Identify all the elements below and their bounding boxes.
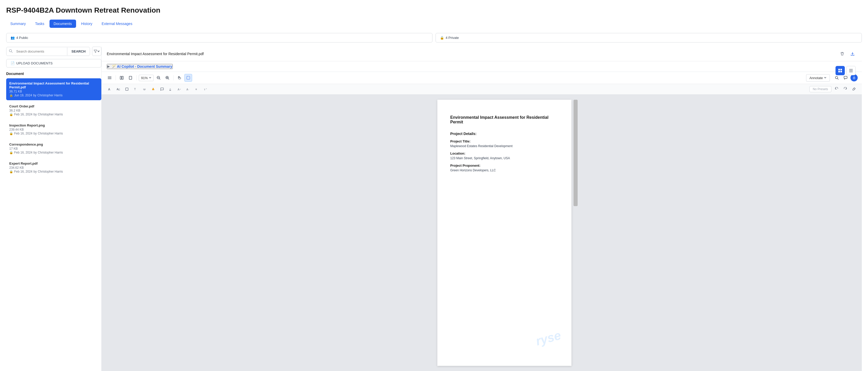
doc-filename: Environmental Impact Assessment for Resi…: [107, 52, 204, 56]
delete-button[interactable]: [838, 50, 846, 58]
search-input[interactable]: [15, 47, 67, 56]
tab-tasks[interactable]: Tasks: [31, 20, 49, 28]
doc-action-buttons: [838, 50, 857, 58]
private-label: 4 Private: [445, 36, 459, 40]
doc-date-author: 🔒 Feb 16, 2024 by Christopher Harris: [9, 170, 98, 173]
svg-line-17: [159, 78, 160, 79]
text-color-button[interactable]: A: [167, 86, 174, 93]
svg-text:A: A: [186, 88, 188, 91]
private-button[interactable]: 🔒 4 Private: [436, 33, 862, 42]
svg-rect-2: [838, 71, 840, 72]
svg-rect-3: [840, 71, 842, 72]
annotate-dropdown[interactable]: Annotate: [806, 74, 830, 82]
filter-button[interactable]: [92, 47, 101, 56]
pdf-field2-label: Location:: [450, 151, 559, 155]
svg-rect-14: [129, 76, 132, 79]
tab-bar: Summary Tasks Documents History External…: [6, 20, 862, 28]
zoom-in-button[interactable]: [163, 74, 171, 82]
text-size-up-button[interactable]: A +: [176, 86, 183, 93]
list-item[interactable]: Expert Report.pdf 234.62 KB 🔒 Feb 16, 20…: [6, 159, 101, 176]
document-list: Environmental Impact Assessment for Resi…: [6, 78, 101, 371]
filter-icon: [94, 49, 97, 53]
svg-text:T: T: [204, 88, 206, 91]
doc-list-header: Document: [6, 72, 101, 76]
svg-line-24: [838, 78, 839, 79]
doc-name: Inspection Report.png: [9, 124, 98, 127]
doc-size: 17 KB: [9, 147, 98, 150]
clear-button[interactable]: [850, 86, 858, 93]
strikethrough-icon: [143, 87, 146, 91]
ai-copilot-toggle[interactable]: ▶ 🪄 AI Copilot - Document Summary: [107, 64, 173, 69]
pdf-field2-value: 123 Main Street, Springfield, Anytown, U…: [450, 157, 559, 160]
superscript-button[interactable]: T x: [202, 86, 209, 93]
ai-copilot-bar: ▶ 🪄 AI Copilot - Document Summary: [102, 61, 862, 72]
accessibility-icon: [852, 76, 856, 79]
lock-icon: 🔒: [9, 94, 13, 97]
doc-date-author: 🔒 Jun 19, 2024 by Christopher Harris: [9, 94, 98, 97]
text-style-button[interactable]: A: [115, 86, 122, 93]
svg-line-21: [168, 78, 169, 79]
scrollbar[interactable]: [574, 100, 578, 366]
chevron-down-icon: [97, 50, 100, 53]
upload-label: UPLOAD DOCUMENTS: [16, 61, 53, 65]
svg-rect-25: [844, 76, 847, 78]
search-pdf-icon: [835, 76, 839, 79]
tab-summary[interactable]: Summary: [6, 20, 30, 28]
page-layout-button[interactable]: [118, 74, 126, 82]
comment-ann-button[interactable]: [158, 86, 165, 93]
accessibility-button[interactable]: [850, 74, 858, 81]
highlight-button[interactable]: [150, 86, 157, 93]
strikethrough-button[interactable]: [141, 86, 148, 93]
text-insert-icon: T: [134, 87, 137, 91]
pdf-area[interactable]: Environmental Impact Assessment for Resi…: [102, 95, 862, 371]
undo-button[interactable]: [833, 86, 840, 93]
page-title: RSP-9404B2A Downtown Retreat Renovation: [6, 6, 862, 14]
strikethrough2-button[interactable]: T: [193, 86, 200, 93]
upload-button[interactable]: 📄 UPLOAD DOCUMENTS: [6, 59, 101, 68]
svg-rect-9: [108, 76, 112, 77]
single-page-button[interactable]: [127, 74, 134, 82]
tab-history[interactable]: History: [77, 20, 97, 28]
toolbar-divider-3: [173, 75, 174, 80]
list-view-button[interactable]: [846, 66, 856, 75]
download-icon: [850, 52, 855, 56]
comment-ann-icon: [160, 87, 164, 91]
zoom-control[interactable]: 91%: [139, 75, 154, 81]
list-item[interactable]: Correspondence.png 17 KB 🔒 Feb 16, 2024 …: [6, 139, 101, 158]
public-button[interactable]: 👥 4 Public: [6, 33, 432, 42]
list-item[interactable]: Court Order.pdf 36.2 KB 🔒 Feb 16, 2024 b…: [6, 101, 101, 119]
tab-documents[interactable]: Documents: [50, 20, 76, 28]
svg-text:A: A: [117, 88, 118, 91]
svg-text:x: x: [206, 88, 207, 90]
svg-text:A: A: [169, 88, 171, 91]
doc-name: Expert Report.pdf: [9, 162, 98, 165]
selection-tool-button[interactable]: [184, 74, 192, 82]
list-item[interactable]: Inspection Report.png 239.44 KB 🔒 Feb 16…: [6, 120, 101, 138]
pdf-viewer: Environmental Impact Assessment for Resi…: [102, 47, 862, 371]
download-button[interactable]: [848, 50, 857, 58]
doc-date-author: 🔒 Feb 16, 2024 by Christopher Harris: [9, 132, 98, 135]
menu-button[interactable]: [106, 74, 114, 82]
doc-size: 234.62 KB: [9, 166, 98, 170]
svg-rect-6: [849, 72, 853, 72]
doc-size: 36.71 KB: [9, 90, 98, 93]
search-button[interactable]: SEARCH: [67, 47, 90, 56]
strikethrough2-icon: T: [195, 87, 199, 91]
redo-button[interactable]: [842, 86, 849, 93]
tab-external-messages[interactable]: External Messages: [97, 20, 136, 28]
text-insert-button[interactable]: T: [132, 86, 139, 93]
doc-size: 239.44 KB: [9, 128, 98, 131]
single-page-icon: [129, 76, 132, 79]
hand-tool-button[interactable]: [176, 74, 183, 82]
svg-line-8: [11, 52, 12, 53]
shape-button[interactable]: [123, 86, 130, 93]
menu-icon: [108, 76, 112, 79]
text-ann-button[interactable]: A: [106, 86, 113, 93]
superscript-icon: T x: [204, 87, 208, 91]
annotation-toolbar: A A T: [102, 84, 862, 95]
zoom-out-button[interactable]: [155, 74, 162, 82]
text-size-down-button[interactable]: A -: [185, 86, 192, 93]
list-item[interactable]: Environmental Impact Assessment for Resi…: [6, 78, 101, 100]
view-toggle-group: [836, 66, 856, 75]
grid-view-button[interactable]: [836, 66, 845, 75]
